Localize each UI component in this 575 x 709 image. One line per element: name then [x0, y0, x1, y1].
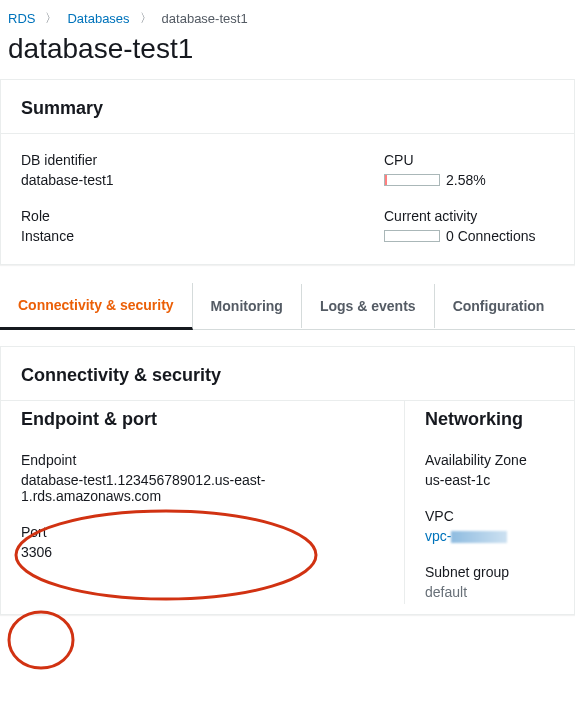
- cpu-meter: [384, 174, 440, 186]
- page-title: database-test1: [0, 31, 575, 79]
- role-value: Instance: [21, 228, 384, 244]
- subnet-value: default: [425, 584, 554, 600]
- summary-title: Summary: [1, 80, 574, 134]
- role-label: Role: [21, 208, 384, 224]
- az-label: Availability Zone: [425, 452, 554, 468]
- summary-panel: Summary DB identifier database-test1 Rol…: [0, 79, 575, 265]
- az-value: us-east-1c: [425, 472, 554, 488]
- db-identifier-label: DB identifier: [21, 152, 384, 168]
- vpc-value[interactable]: vpc-: [425, 528, 554, 544]
- svg-point-1: [9, 612, 73, 668]
- connectivity-panel: Connectivity & security Endpoint & port …: [0, 346, 575, 615]
- tab-connectivity[interactable]: Connectivity & security: [0, 283, 193, 330]
- activity-value: 0 Connections: [446, 228, 536, 244]
- networking-title: Networking: [425, 409, 554, 430]
- subnet-label: Subnet group: [425, 564, 554, 580]
- endpoint-value: database-test1.123456789012.us-east-1.rd…: [21, 472, 271, 504]
- breadcrumb-databases[interactable]: Databases: [67, 11, 129, 26]
- tab-logs[interactable]: Logs & events: [302, 284, 435, 328]
- port-label: Port: [21, 524, 374, 540]
- tabs: Connectivity & security Monitoring Logs …: [0, 283, 575, 330]
- activity-meter: [384, 230, 440, 242]
- tab-configuration[interactable]: Configuration: [435, 284, 563, 328]
- connectivity-title: Connectivity & security: [1, 347, 574, 401]
- endpoint-label: Endpoint: [21, 452, 374, 468]
- cpu-value: 2.58%: [446, 172, 486, 188]
- activity-label: Current activity: [384, 208, 554, 224]
- breadcrumb: RDS 〉 Databases 〉 database-test1: [0, 0, 575, 31]
- vpc-label: VPC: [425, 508, 554, 524]
- endpoint-port-title: Endpoint & port: [21, 409, 374, 430]
- port-value: 3306: [21, 544, 374, 560]
- chevron-right-icon: 〉: [45, 10, 57, 27]
- breadcrumb-current: database-test1: [162, 11, 248, 26]
- tab-monitoring[interactable]: Monitoring: [193, 284, 302, 328]
- redacted-blur: [451, 531, 507, 543]
- vpc-link-prefix[interactable]: vpc-: [425, 528, 451, 544]
- cpu-label: CPU: [384, 152, 554, 168]
- db-identifier-value: database-test1: [21, 172, 384, 188]
- chevron-right-icon: 〉: [140, 10, 152, 27]
- breadcrumb-root[interactable]: RDS: [8, 11, 35, 26]
